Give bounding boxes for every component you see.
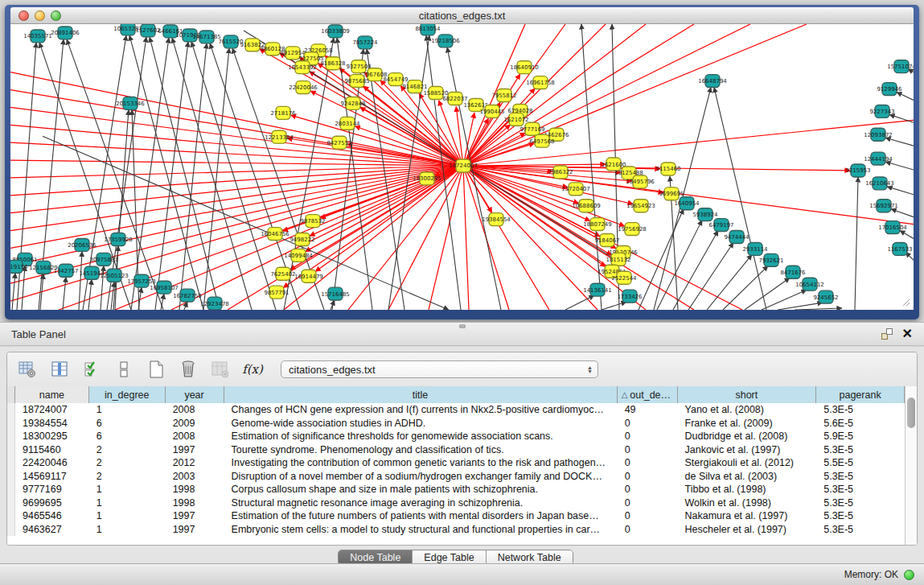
table-cell[interactable]: 1 [89,483,166,496]
table-cell[interactable]: 9463627 [15,523,89,537]
table-cell[interactable]: 0 [618,443,678,457]
network-node[interactable]: 16648794 [698,75,727,88]
table-cell[interactable]: 5.3E-5 [816,509,905,523]
network-node[interactable]: 9129946 [877,83,901,96]
network-node[interactable]: 12093872 [864,128,893,141]
table-cell[interactable]: 14569117 [15,470,89,484]
table-cell[interactable]: 6 [89,417,166,431]
network-node[interactable]: 16914479 [294,270,323,282]
table-cell[interactable]: Wolkin et al. (1998) [678,496,817,510]
table-cell[interactable]: Corpus callosum shape and size in male p… [224,483,618,496]
table-settings-icon[interactable] [17,359,38,380]
citation-edge[interactable] [367,49,405,310]
network-node[interactable]: 7857224 [352,36,378,49]
table-cell[interactable]: 0 [618,470,678,484]
column-header-year[interactable]: year [166,386,224,403]
table-cell[interactable]: Tibbo et al. (1998) [678,483,817,496]
show-columns-icon[interactable] [49,359,70,380]
network-node[interactable]: 9474444 [724,231,749,244]
network-node[interactable]: 15716485 [321,287,350,300]
table-cell[interactable]: 2003 [166,470,224,484]
table-cell[interactable]: Disruption of a novel member of a sodium… [224,470,618,484]
scrollbar-thumb[interactable] [907,398,915,428]
network-window[interactable]: citations_edges.txt 91638228860128891295… [5,5,919,319]
table-cell[interactable]: 9115460 [15,443,89,457]
network-node[interactable]: 18640910 [510,61,539,74]
network-node[interactable]: 14035571 [23,30,52,43]
table-cell[interactable]: 5.3E-5 [816,483,905,496]
table-cell[interactable]: 1 [89,523,166,537]
citation-edge[interactable] [10,160,463,166]
citation-edge[interactable] [63,277,66,310]
network-node[interactable]: 5938924 [692,208,718,221]
network-node[interactable]: 7932621 [758,253,783,266]
table-row[interactable]: 1938455462009Genome-wide association stu… [7,417,905,431]
network-node[interactable]: 8471676 [780,266,805,278]
deselect-rows-icon[interactable] [113,359,134,380]
table-cell[interactable]: 2 [89,443,166,457]
table-cell[interactable]: 0 [618,417,678,431]
column-header-outde[interactable]: △out_de… [618,386,678,403]
minimize-light-icon[interactable] [35,10,45,21]
network-node[interactable]: 10688609 [572,200,601,212]
table-cell[interactable]: Investigating the contribution of common… [224,456,618,470]
canvas-resize-grip[interactable] [903,299,910,306]
table-cell[interactable]: 9699695 [15,496,89,510]
table-cell[interactable]: 1997 [166,443,224,457]
table-cell[interactable]: 0 [618,523,678,537]
network-node[interactable]: 16033809 [321,25,350,38]
table-cell[interactable]: 0 [618,509,678,523]
table-cell[interactable]: 2012 [166,456,224,470]
table-cell[interactable]: 5.3E-5 [816,470,905,484]
network-node[interactable]: 9857791 [264,286,289,299]
citation-edge[interactable] [10,166,463,213]
table-row[interactable]: 946554611997Estimation of the future num… [7,509,905,523]
column-header-indegree[interactable]: in_degree [89,386,166,403]
citation-edge[interactable] [463,164,606,166]
function-builder-icon[interactable]: f(x) [242,359,263,380]
table-row[interactable]: 969969511998Structural magnetic resonanc… [7,496,905,510]
network-node[interactable]: 1167533 [887,242,912,255]
table-cell[interactable]: 2008 [166,403,224,417]
table-cell[interactable]: Stergiakouli et al. (2012) [678,456,817,470]
network-node[interactable]: 2803144 [335,117,360,130]
network-node[interactable]: 14136141 [583,283,612,296]
table-cell[interactable]: 22420046 [15,456,89,470]
table-cell[interactable]: 18300295 [15,430,89,443]
citation-edge[interactable] [855,177,858,310]
network-node[interactable]: 1733426 [617,290,642,303]
network-node[interactable]: 10654112 [795,278,824,290]
table-cell[interactable]: 1997 [166,523,224,537]
network-node[interactable]: 19218506 [431,35,460,47]
network-node[interactable]: 9245652 [813,290,838,303]
network-node[interactable]: 19384554 [482,213,511,226]
table-select-dropdown[interactable]: citations_edges.txt ▲▼ [281,360,598,378]
table-cell[interactable]: Hescheler et al. (1997) [678,523,817,537]
table-cell[interactable]: 5.3E-5 [816,403,905,417]
network-node[interactable]: 2718176 [270,106,295,119]
network-node[interactable]: 19756928 [618,223,647,236]
table-cell[interactable]: de Silva et al. (2003) [678,470,817,484]
table-cell[interactable]: 5.9E-5 [816,430,905,443]
table-cell[interactable]: 2 [89,456,166,470]
table-cell[interactable]: 1998 [166,483,224,496]
network-node[interactable]: 9227343 [869,105,894,117]
table-cell[interactable]: 6 [89,430,166,443]
citation-edge[interactable] [900,231,914,239]
citation-edge[interactable] [887,187,914,195]
table-row[interactable]: 911546021997Tourette syndrome. Phenomeno… [7,443,905,457]
network-node[interactable]: 8813054 [415,24,441,35]
column-header-short[interactable]: short [678,386,817,403]
citation-edge[interactable] [565,295,594,310]
network-node[interactable]: 9115460 [655,163,680,175]
table-cell[interactable]: 1 [89,403,166,417]
table-row[interactable]: 1872400712008Changes of HCN gene express… [7,403,905,417]
table-cell[interactable]: 0 [618,496,678,510]
citation-edge[interactable] [673,231,718,310]
citation-edge[interactable] [191,42,276,310]
citation-edge[interactable] [203,48,229,310]
table-cell[interactable]: 2 [89,470,166,484]
network-canvas[interactable]: 9163822886012889129542322605893275051654… [10,24,914,310]
table-row[interactable]: 1830029562008Estimation of significance … [7,430,905,443]
network-node[interactable]: 16961758 [526,76,555,89]
